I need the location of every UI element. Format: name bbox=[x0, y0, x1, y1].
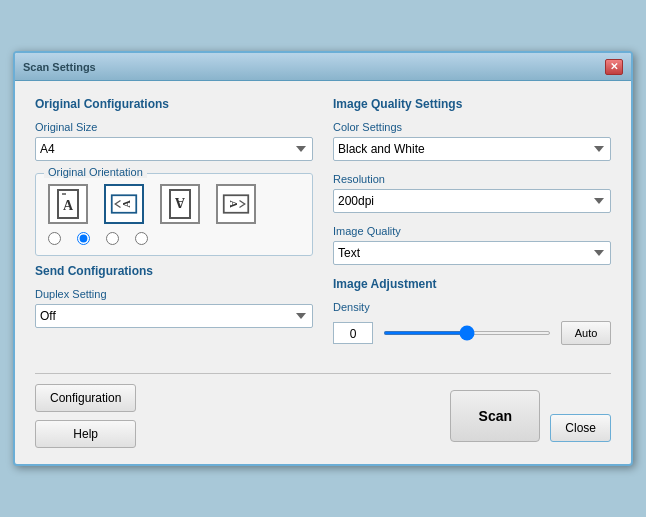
radio-portrait-rotated[interactable] bbox=[106, 232, 119, 245]
dialog-content: Original Configurations Original Size A4… bbox=[15, 81, 631, 464]
main-window: Scan Settings ✕ Original Configurations … bbox=[13, 51, 633, 466]
duplex-group: Duplex Setting Off Long Edge Short Edge bbox=[35, 288, 313, 328]
radio-item-1[interactable] bbox=[48, 232, 61, 245]
resolution-select[interactable]: 200dpi 300dpi 400dpi 600dpi bbox=[333, 189, 611, 213]
radio-landscape-left[interactable] bbox=[77, 232, 90, 245]
image-quality-select[interactable]: Text Photo Mixed bbox=[333, 241, 611, 265]
orient-landscape-left[interactable]: A bbox=[104, 184, 144, 224]
duplex-label: Duplex Setting bbox=[35, 288, 313, 300]
orientation-label: Original Orientation bbox=[44, 166, 147, 178]
window-close-button[interactable]: ✕ bbox=[605, 59, 623, 75]
density-group: Density 0 Auto bbox=[333, 301, 611, 345]
svg-text:A: A bbox=[174, 195, 185, 210]
window-title: Scan Settings bbox=[23, 61, 96, 73]
title-bar: Scan Settings ✕ bbox=[15, 53, 631, 81]
density-row: 0 Auto bbox=[333, 321, 611, 345]
help-button[interactable]: Help bbox=[35, 420, 136, 448]
orientation-group: Original Orientation A bbox=[35, 173, 313, 256]
resolution-group: Resolution 200dpi 300dpi 400dpi 600dpi bbox=[333, 173, 611, 213]
radio-portrait[interactable] bbox=[48, 232, 61, 245]
left-bottom-buttons: Configuration Help bbox=[35, 384, 136, 448]
color-settings-label: Color Settings bbox=[333, 121, 611, 133]
svg-text:A: A bbox=[228, 200, 239, 208]
send-section-title: Send Configurations bbox=[35, 264, 313, 278]
density-value: 0 bbox=[333, 322, 373, 344]
close-button[interactable]: Close bbox=[550, 414, 611, 442]
original-size-select[interactable]: A4 A3 Letter Legal bbox=[35, 137, 313, 161]
radio-item-2[interactable] bbox=[77, 232, 90, 245]
right-section-title: Image Quality Settings bbox=[333, 97, 611, 111]
orient-portrait-normal[interactable]: A bbox=[48, 184, 88, 224]
color-settings-select[interactable]: Black and White Grayscale Full Color Aut… bbox=[333, 137, 611, 161]
orient-landscape-right[interactable]: A bbox=[216, 184, 256, 224]
duplex-select[interactable]: Off Long Edge Short Edge bbox=[35, 304, 313, 328]
image-adjustment-title: Image Adjustment bbox=[333, 277, 611, 291]
density-slider[interactable] bbox=[383, 331, 551, 335]
svg-text:A: A bbox=[63, 198, 74, 213]
left-section-title: Original Configurations bbox=[35, 97, 313, 111]
auto-button[interactable]: Auto bbox=[561, 321, 611, 345]
image-quality-group: Image Quality Text Photo Mixed bbox=[333, 225, 611, 265]
color-settings-group: Color Settings Black and White Grayscale… bbox=[333, 121, 611, 161]
orientation-icons-row: A A bbox=[48, 184, 300, 224]
main-layout: Original Configurations Original Size A4… bbox=[35, 97, 611, 357]
original-size-group: Original Size A4 A3 Letter Legal bbox=[35, 121, 313, 161]
radio-landscape-right[interactable] bbox=[135, 232, 148, 245]
left-column: Original Configurations Original Size A4… bbox=[35, 97, 313, 357]
scan-button[interactable]: Scan bbox=[450, 390, 540, 442]
orient-portrait-rotated[interactable]: A bbox=[160, 184, 200, 224]
resolution-label: Resolution bbox=[333, 173, 611, 185]
image-quality-label: Image Quality bbox=[333, 225, 611, 237]
radio-item-4[interactable] bbox=[135, 232, 148, 245]
svg-text:A: A bbox=[121, 200, 132, 208]
configuration-button[interactable]: Configuration bbox=[35, 384, 136, 412]
bottom-right-area: Scan Close bbox=[450, 390, 611, 442]
title-bar-buttons: ✕ bbox=[605, 59, 623, 75]
density-label: Density bbox=[333, 301, 611, 313]
orientation-radio-group bbox=[48, 232, 300, 245]
radio-item-3[interactable] bbox=[106, 232, 119, 245]
bottom-buttons-row: Configuration Help Scan Close bbox=[35, 373, 611, 448]
original-size-label: Original Size bbox=[35, 121, 313, 133]
density-slider-container bbox=[383, 331, 551, 335]
right-column: Image Quality Settings Color Settings Bl… bbox=[333, 97, 611, 357]
